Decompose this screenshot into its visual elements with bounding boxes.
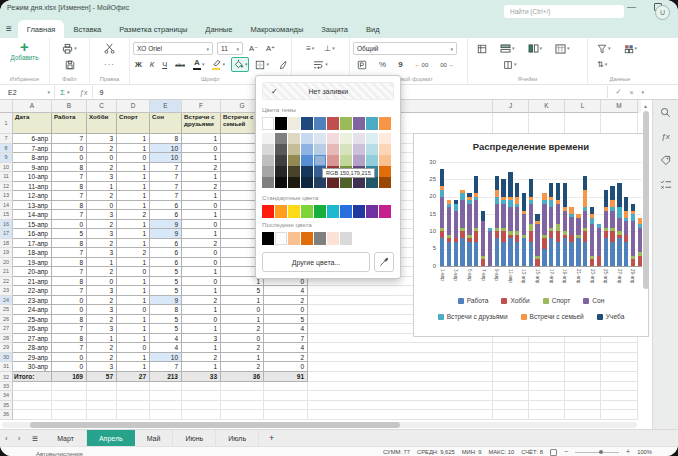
row-number[interactable]: 32 xyxy=(0,372,13,382)
cell[interactable] xyxy=(493,372,529,382)
theme-color-swatch[interactable] xyxy=(288,117,300,130)
cell[interactable] xyxy=(117,391,150,401)
search-input[interactable]: Найти (Ctrl+/) xyxy=(504,5,624,18)
cell[interactable] xyxy=(264,401,308,411)
cell[interactable] xyxy=(601,382,638,392)
variant-swatch[interactable] xyxy=(340,133,352,144)
cell[interactable]: 2 xyxy=(221,343,264,353)
cell[interactable]: 1 xyxy=(182,286,221,296)
row-number[interactable]: 13 xyxy=(0,191,13,201)
row-number[interactable]: 25 xyxy=(0,305,13,315)
cell[interactable]: 1 xyxy=(117,144,150,154)
vertical-align-button[interactable]: ⊥▾ xyxy=(322,43,336,55)
cell[interactable]: Дата xyxy=(13,113,52,134)
cell[interactable] xyxy=(601,391,638,401)
cell[interactable]: 2 xyxy=(182,353,221,363)
cell[interactable]: 0 xyxy=(87,201,117,211)
cell[interactable] xyxy=(264,382,308,392)
row-number[interactable]: 15 xyxy=(0,210,13,220)
cell[interactable]: 7 xyxy=(52,343,87,353)
increase-decimal-button[interactable]: 00→ xyxy=(438,60,456,70)
cell[interactable] xyxy=(601,372,638,382)
freeze-panes-button[interactable] xyxy=(475,42,489,56)
cell[interactable]: 2 xyxy=(264,296,308,306)
cell[interactable]: 3 xyxy=(87,286,117,296)
filter-button[interactable]: ▾ xyxy=(595,42,613,56)
cell[interactable]: 8 xyxy=(52,277,87,287)
fit-page-icon[interactable] xyxy=(550,449,557,456)
cell[interactable]: 1 xyxy=(221,315,264,325)
row-number[interactable]: 35 xyxy=(0,401,13,411)
sheet-tab-Май[interactable]: Май xyxy=(135,430,174,447)
merge-cells-button[interactable]: ▾ xyxy=(553,42,572,56)
cell[interactable]: 2 xyxy=(182,239,221,249)
cell[interactable]: 7 xyxy=(150,191,182,201)
cell[interactable]: 3 xyxy=(87,362,117,372)
cell[interactable]: 0 xyxy=(52,305,87,315)
cell[interactable]: 23-апр xyxy=(13,296,52,306)
variant-swatch[interactable] xyxy=(275,166,287,177)
standard-color-swatch[interactable] xyxy=(340,205,352,218)
row-number[interactable]: 29 xyxy=(0,343,13,353)
cell[interactable]: 2 xyxy=(221,362,264,372)
row-number[interactable]: 28 xyxy=(0,334,13,344)
variant-swatch[interactable] xyxy=(288,133,300,144)
names-panel-button[interactable] xyxy=(659,154,673,166)
cell[interactable]: 9-апр xyxy=(13,163,52,173)
cell[interactable] xyxy=(529,372,565,382)
cell[interactable] xyxy=(150,410,182,420)
cell[interactable] xyxy=(601,113,638,134)
cell[interactable]: 6 xyxy=(150,239,182,249)
variant-swatch[interactable] xyxy=(327,133,339,144)
font-size-select[interactable]: 11▾ xyxy=(217,42,243,55)
row-number[interactable]: 34 xyxy=(0,391,13,401)
cell[interactable]: 1 xyxy=(182,267,221,277)
theme-color-swatch[interactable] xyxy=(379,117,391,130)
cell[interactable]: 30-апр xyxy=(13,362,52,372)
row-number[interactable]: 31 xyxy=(0,362,13,372)
column-header-A[interactable]: A xyxy=(13,100,52,113)
cell[interactable] xyxy=(221,401,264,411)
variant-swatch[interactable] xyxy=(314,177,326,188)
cell[interactable]: 15-апр xyxy=(13,220,52,230)
row-number[interactable]: 30 xyxy=(0,353,13,363)
functions-panel-button[interactable]: ƒx xyxy=(659,130,673,142)
menu-tab-Данные[interactable]: Данные xyxy=(196,20,241,38)
dropdown-arrow-icon[interactable]: ▾ xyxy=(641,89,644,95)
cell[interactable]: 1 xyxy=(182,172,221,182)
cell[interactable]: 0 xyxy=(182,248,221,258)
row-number[interactable]: 23 xyxy=(0,286,13,296)
cell[interactable] xyxy=(13,410,52,420)
cell[interactable]: 1 xyxy=(117,229,150,239)
cell[interactable]: 5 xyxy=(150,286,182,296)
row-number[interactable]: 18 xyxy=(0,239,13,249)
cell[interactable]: 1 xyxy=(182,134,221,144)
variant-swatch[interactable] xyxy=(275,155,287,166)
cell[interactable]: 21-апр xyxy=(13,277,52,287)
cell[interactable]: 9 xyxy=(150,229,182,239)
cell[interactable]: 1 xyxy=(182,210,221,220)
cell[interactable]: 0 xyxy=(117,267,150,277)
row-number[interactable]: 33 xyxy=(0,382,13,392)
cell[interactable] xyxy=(565,343,601,353)
cell[interactable]: 22-апр xyxy=(13,286,52,296)
row-number[interactable]: 27 xyxy=(0,324,13,334)
increase-font-button[interactable]: A⁺ xyxy=(264,44,277,53)
cut-button[interactable] xyxy=(102,41,117,56)
theme-color-swatch[interactable] xyxy=(353,117,365,130)
font-color-button[interactable]: A ▾ xyxy=(191,57,207,72)
insert-column-button[interactable]: ▾ xyxy=(526,42,545,55)
cell[interactable]: 8 xyxy=(52,315,87,325)
recent-color-swatch[interactable] xyxy=(288,232,300,245)
cell[interactable]: 0 xyxy=(52,362,87,372)
next-sheet-icon[interactable]: › xyxy=(13,434,26,443)
cell[interactable]: 1 xyxy=(117,172,150,182)
cell[interactable]: 12-апр xyxy=(13,191,52,201)
variant-swatch[interactable] xyxy=(301,144,313,155)
standard-color-swatch[interactable] xyxy=(379,205,391,218)
cell[interactable] xyxy=(87,382,117,392)
variant-swatch[interactable] xyxy=(262,155,274,166)
cell[interactable]: 2 xyxy=(117,248,150,258)
cell[interactable]: 0 xyxy=(87,153,117,163)
cell[interactable] xyxy=(529,113,565,134)
